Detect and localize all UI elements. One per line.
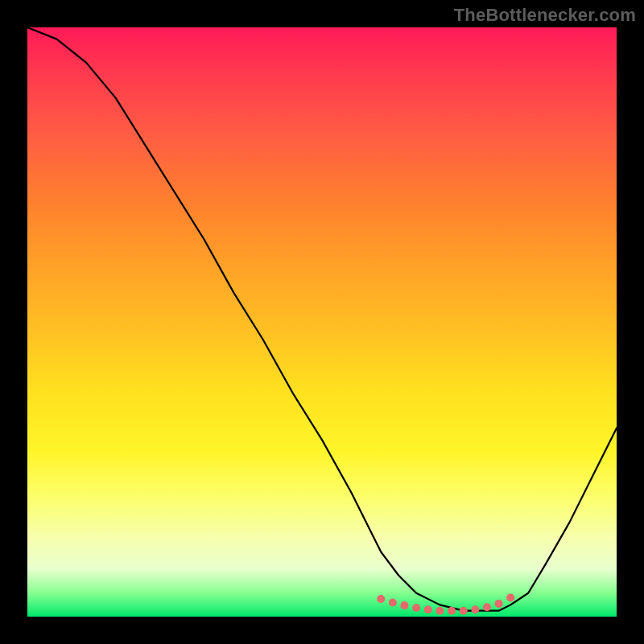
marker-dot bbox=[400, 601, 408, 609]
watermark-text: TheBottlenecker.com bbox=[454, 5, 636, 26]
marker-dot bbox=[506, 594, 514, 602]
chart-container: TheBottlenecker.com bbox=[0, 0, 644, 644]
marker-dot bbox=[436, 607, 444, 615]
plot-area bbox=[27, 27, 617, 617]
marker-dot bbox=[471, 605, 479, 613]
marker-dot bbox=[389, 598, 397, 606]
marker-dot bbox=[377, 595, 385, 603]
marker-dot bbox=[424, 605, 432, 613]
marker-dot bbox=[460, 607, 468, 615]
marker-dot bbox=[448, 607, 456, 615]
bottleneck-curve bbox=[27, 27, 617, 611]
chart-svg bbox=[27, 27, 617, 617]
marker-dot bbox=[483, 603, 491, 611]
marker-dot bbox=[412, 604, 420, 612]
marker-dot bbox=[495, 600, 503, 608]
